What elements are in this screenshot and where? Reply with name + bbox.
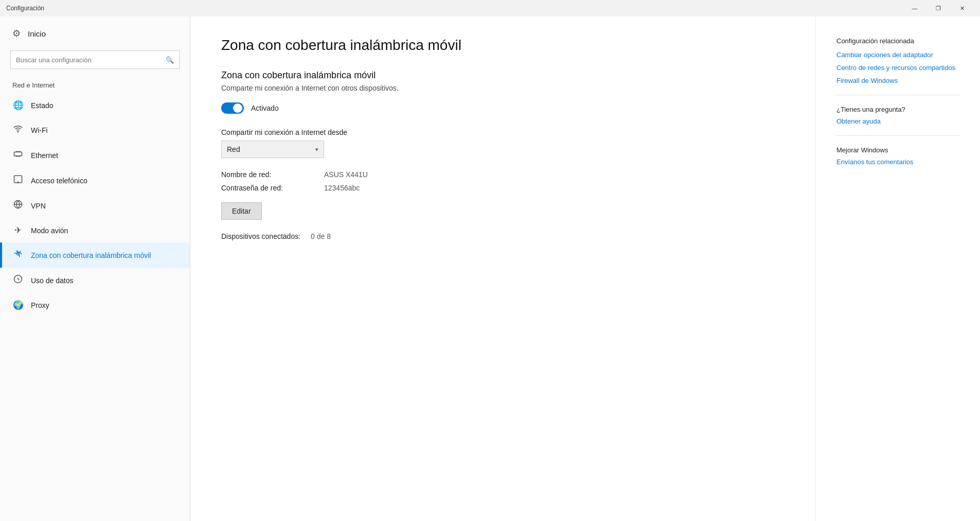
devices-label: Dispositivos conectados: — [221, 232, 300, 240]
wifi-icon — [12, 124, 24, 136]
hotspot-toggle[interactable] — [221, 102, 244, 114]
network-info-grid: Nombre de red: ASUS X441U Contraseña de … — [221, 170, 785, 192]
network-name-label: Nombre de red: — [221, 170, 324, 179]
sidebar-item-wifi[interactable]: Wi-Fi — [0, 117, 190, 143]
sidebar-item-acceso-telefonico[interactable]: Acceso telefónico — [0, 168, 190, 193]
minimize-button[interactable]: — — [903, 0, 926, 16]
sidebar-item-label-zona: Zona con cobertura inalámbrica móvil — [31, 251, 151, 259]
estado-icon: 🌐 — [12, 100, 24, 111]
improve-title: Mejorar Windows — [836, 146, 959, 154]
proxy-icon: 🌍 — [12, 300, 24, 310]
sidebar-home-label: Inicio — [28, 29, 46, 38]
devices-row: Dispositivos conectados: 0 de 8 — [221, 232, 785, 240]
link-get-help[interactable]: Obtener ayuda — [836, 117, 959, 125]
sidebar-item-vpn[interactable]: VPN — [0, 193, 190, 218]
devices-value: 0 de 8 — [311, 232, 331, 240]
section-title: Zona con cobertura inalámbrica móvil — [221, 70, 785, 81]
link-adapter-options[interactable]: Cambiar opciones del adaptador — [836, 51, 959, 59]
sidebar-section-label: Red e Internet — [0, 77, 190, 93]
zona-cobertura-icon — [12, 249, 24, 261]
svg-rect-1 — [14, 152, 22, 156]
sidebar: ⚙ Inicio 🔍 Red e Internet 🌐 Estado Wi-Fi… — [0, 16, 190, 521]
dropdown-arrow-icon: ▾ — [315, 146, 318, 153]
sidebar-item-label-wifi: Wi-Fi — [31, 126, 48, 134]
svg-point-0 — [17, 131, 19, 132]
sidebar-item-estado[interactable]: 🌐 Estado — [0, 93, 190, 117]
sidebar-item-proxy[interactable]: 🌍 Proxy — [0, 293, 190, 317]
home-icon: ⚙ — [12, 28, 21, 39]
sidebar-item-label-uso-datos: Uso de datos — [31, 276, 74, 285]
divider-2 — [836, 135, 959, 136]
network-pass-label: Contraseña de red: — [221, 184, 324, 192]
sidebar-item-label-ethernet: Ethernet — [31, 151, 58, 160]
right-panel: Configuración relacionada Cambiar opcion… — [815, 16, 980, 521]
sidebar-item-ethernet[interactable]: Ethernet — [0, 143, 190, 168]
related-config-title: Configuración relacionada — [836, 37, 959, 45]
share-section: Compartir mi conexión a Internet desde R… — [221, 128, 785, 158]
vpn-icon — [12, 200, 24, 212]
search-icon: 🔍 — [166, 56, 174, 64]
sidebar-item-label-modo-avion: Modo avión — [31, 227, 68, 235]
ethernet-icon — [12, 149, 24, 161]
sidebar-item-modo-avion[interactable]: ✈ Modo avión — [0, 218, 190, 242]
acceso-telefonico-icon — [12, 175, 24, 186]
network-pass-value: 123456abc — [324, 184, 785, 192]
main-panel: Zona con cobertura inalámbrica móvil Zon… — [190, 16, 815, 521]
question-title: ¿Tienes una pregunta? — [836, 106, 959, 113]
toggle-row: Activado — [221, 102, 785, 114]
toggle-label: Activado — [251, 104, 279, 112]
search-input[interactable] — [16, 56, 166, 64]
page-title: Zona con cobertura inalámbrica móvil — [221, 37, 785, 54]
restore-button[interactable]: ❐ — [926, 0, 950, 16]
share-from-label: Compartir mi conexión a Internet desde — [221, 128, 785, 136]
network-name-value: ASUS X441U — [324, 170, 785, 179]
link-firewall[interactable]: Firewall de Windows — [836, 77, 959, 84]
sidebar-item-label-acceso: Acceso telefónico — [31, 177, 87, 185]
modo-avion-icon: ✈ — [12, 225, 24, 236]
link-send-feedback[interactable]: Envíanos tus comentarios — [836, 158, 959, 166]
link-network-center[interactable]: Centro de redes y recursos compartidos — [836, 64, 959, 72]
dropdown-value: Red — [227, 145, 240, 153]
sidebar-search-box[interactable]: 🔍 — [10, 50, 180, 69]
uso-datos-icon — [12, 274, 24, 286]
titlebar-controls: — ❐ ✕ — [903, 0, 974, 16]
divider-1 — [836, 95, 959, 95]
sidebar-item-zona-cobertura[interactable]: Zona con cobertura inalámbrica móvil — [0, 242, 190, 268]
sidebar-item-label-proxy: Proxy — [31, 301, 49, 309]
titlebar-title: Configuración — [6, 5, 44, 12]
sidebar-item-home[interactable]: ⚙ Inicio — [0, 22, 190, 45]
connection-dropdown[interactable]: Red ▾ — [221, 141, 324, 158]
sidebar-item-label-estado: Estado — [31, 101, 54, 110]
close-button[interactable]: ✕ — [950, 0, 974, 16]
section-subtitle: Comparte mi conexión a Internet con otro… — [221, 84, 785, 92]
titlebar: Configuración — ❐ ✕ — [0, 0, 980, 16]
edit-button[interactable]: Editar — [221, 202, 262, 220]
app-body: ⚙ Inicio 🔍 Red e Internet 🌐 Estado Wi-Fi… — [0, 16, 980, 521]
sidebar-item-uso-datos[interactable]: Uso de datos — [0, 268, 190, 293]
sidebar-item-label-vpn: VPN — [31, 202, 46, 210]
